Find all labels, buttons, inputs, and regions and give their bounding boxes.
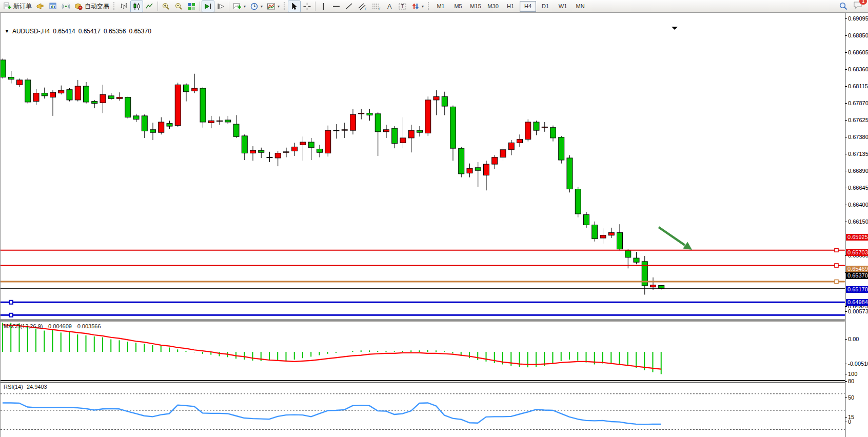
templates-button[interactable]: ▾	[265, 1, 282, 12]
cursor-button[interactable]	[288, 1, 301, 12]
rsi-value: 24.9403	[27, 384, 47, 390]
candle-body	[142, 116, 147, 131]
rsi-label: RSI(14) 24.9403	[4, 384, 47, 390]
rsi-indicator-pane[interactable]	[1, 383, 845, 437]
auto-trading-button[interactable]: 自动交易	[72, 1, 111, 12]
zoom-in-button[interactable]	[160, 1, 172, 12]
price-tick-label: 0.67625	[848, 117, 868, 123]
candle-body	[275, 153, 281, 158]
timeframe-button-m30[interactable]: M30	[485, 1, 501, 12]
timeframe-button-m5[interactable]: M5	[450, 1, 466, 12]
notification-badge: 1	[859, 0, 867, 5]
trendline-tool-button[interactable]	[343, 1, 356, 12]
candle-body	[300, 142, 306, 145]
search-icon[interactable]	[839, 2, 848, 11]
timeframe-button-d1[interactable]: D1	[537, 1, 554, 12]
candlestick-mode-button[interactable]	[130, 1, 143, 12]
auto-scroll-button[interactable]	[202, 1, 214, 12]
arrow-objects-icon	[411, 2, 420, 11]
price-tick-label: 0.68605	[848, 49, 868, 55]
candle-body	[42, 93, 47, 95]
horizontal-line-icon	[332, 2, 341, 11]
crosshair-button[interactable]	[301, 1, 313, 12]
candle-body	[550, 128, 556, 138]
candle-body	[208, 121, 214, 123]
price-axis[interactable]: 0.690950.688500.686050.683600.681150.678…	[845, 13, 868, 437]
candle-body	[359, 113, 364, 113]
rsi-line	[3, 403, 661, 424]
timeframe-button-m1[interactable]: M1	[432, 1, 449, 12]
horizontal-line-tool-button[interactable]	[330, 1, 343, 12]
candle-body	[450, 107, 456, 148]
arrows-tool-button[interactable]: ▾	[409, 1, 426, 12]
axis-tick-mark	[845, 171, 847, 171]
tile-windows-button[interactable]	[185, 1, 198, 12]
new-order-button[interactable]: 新订单	[1, 1, 34, 12]
equidistant-channel-icon: E	[358, 2, 367, 11]
indicators-button[interactable]: ▾	[231, 1, 248, 12]
axis-tick-mark	[845, 311, 847, 312]
candle-body	[584, 214, 589, 225]
line-handle[interactable]	[835, 264, 838, 267]
axis-tick-mark	[845, 398, 847, 398]
axis-tick-mark	[845, 205, 847, 205]
timeframe-button-m15[interactable]: M15	[467, 1, 484, 12]
candle-body	[167, 124, 172, 126]
timeframe-button-mn[interactable]: MN	[572, 1, 588, 12]
line-handle[interactable]	[835, 280, 838, 284]
chat-button[interactable]: 1	[853, 1, 863, 12]
candle-body	[608, 232, 614, 235]
symbol-title: AUDUSD-,H4	[12, 28, 50, 35]
candle-body	[184, 85, 189, 91]
candle-body	[250, 150, 256, 153]
chart-shift-button[interactable]	[214, 1, 227, 12]
svg-text:A: A	[387, 3, 392, 10]
candle-body	[100, 94, 106, 103]
text-tool-button[interactable]: A	[383, 1, 396, 12]
fibonacci-tool-button[interactable]: F	[369, 1, 383, 12]
rsi-tick-label: 100	[848, 371, 857, 377]
line-handle[interactable]	[9, 301, 13, 304]
macd-indicator-pane[interactable]	[1, 322, 845, 381]
dropdown-caret-icon: ▾	[278, 4, 280, 9]
candle-body	[484, 164, 489, 175]
candle-body	[117, 97, 123, 99]
signal-icon	[62, 2, 70, 11]
zoom-in-icon	[162, 2, 170, 11]
macd-title: MACD(12,26,9)	[4, 323, 43, 329]
candle-body	[634, 258, 639, 262]
line-handle[interactable]	[9, 313, 13, 317]
text-label-tool-button[interactable]: T	[396, 1, 409, 12]
candle-body	[192, 88, 198, 91]
candle-body	[659, 285, 664, 288]
macd-tick-label: -0.005102	[848, 361, 868, 367]
axis-tick-mark	[845, 374, 847, 374]
timeframe-button-h4[interactable]: H4	[520, 1, 536, 12]
macd-label: MACD(12,26,9) -0.004609 -0.003566	[4, 323, 101, 329]
candle-body	[92, 102, 97, 104]
candle-body	[342, 130, 347, 130]
zoom-out-button[interactable]	[172, 1, 185, 12]
line-handle[interactable]	[835, 248, 838, 252]
price-chart-pane[interactable]	[1, 26, 845, 320]
bar-chart-mode-button[interactable]	[117, 1, 130, 12]
text-label-icon: T	[398, 2, 407, 11]
arrow-annotation-shaft[interactable]	[659, 227, 685, 245]
crosshair-icon	[303, 2, 311, 11]
timeframe-button-w1[interactable]: W1	[555, 1, 571, 12]
ohlc-close: 0.65370	[129, 28, 151, 35]
symbol-collapse-icon[interactable]: ▼	[5, 29, 9, 34]
megaphone-button[interactable]	[34, 1, 47, 12]
channel-tool-button[interactable]: E	[356, 1, 369, 12]
signals-button[interactable]	[60, 1, 72, 12]
line-chart-mode-button[interactable]	[143, 1, 156, 12]
candle-body	[350, 114, 356, 130]
chart-window: ▼ AUDUSD-,H4 0.65414 0.65417 0.65356 0.6…	[0, 13, 868, 437]
price-level-badge: 0.65703	[846, 249, 868, 256]
price-tick-label: 0.66400	[848, 202, 868, 208]
timeframe-button-h1[interactable]: H1	[502, 1, 519, 12]
vertical-line-tool-button[interactable]	[317, 1, 330, 12]
clock-icon	[250, 2, 259, 11]
periods-button[interactable]: ▾	[248, 1, 265, 12]
market-watch-button[interactable]	[47, 1, 60, 12]
